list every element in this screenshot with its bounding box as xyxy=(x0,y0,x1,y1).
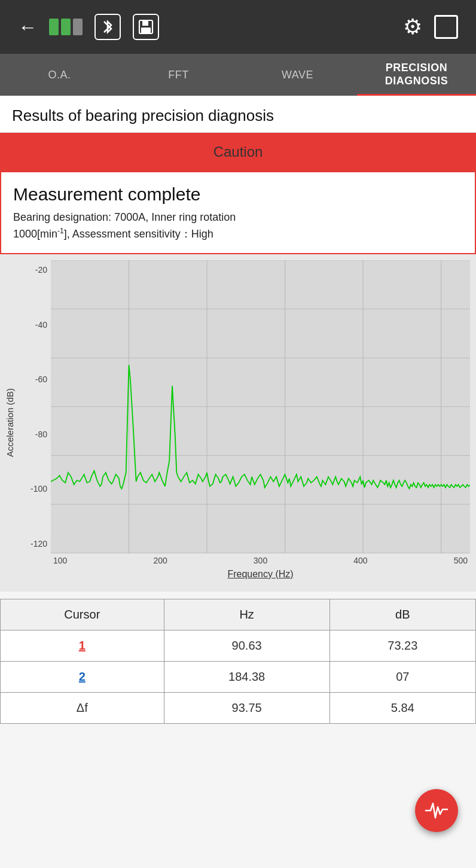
chart-plot[interactable] xyxy=(51,260,470,553)
svg-rect-2 xyxy=(141,28,151,33)
info-box: Measurement complete Bearing designation… xyxy=(0,171,476,254)
battery-icon xyxy=(49,19,83,35)
x-axis-label: Frequency (Hz) xyxy=(227,569,293,579)
db-delta: 5.84 xyxy=(329,693,475,724)
fab-button[interactable] xyxy=(415,789,458,832)
results-title: Results of bearing precision diagnosis xyxy=(12,106,274,124)
status-bar: ← ⚙ xyxy=(0,0,476,54)
col-header-db: dB xyxy=(329,599,475,631)
measurement-detail1: Bearing designation: 7000A, Inner ring r… xyxy=(13,209,463,226)
hz-2: 184.38 xyxy=(164,662,329,693)
chart-container: Acceleration (dB) -20 -40 -60 -80 -100 -… xyxy=(0,254,476,592)
settings-icon[interactable]: ⚙ xyxy=(403,14,422,39)
db-1: 73.23 xyxy=(329,631,475,662)
window-icon[interactable] xyxy=(434,15,458,39)
main-content: Results of bearing precision diagnosis C… xyxy=(0,96,476,868)
hz-1: 90.63 xyxy=(164,631,329,662)
data-table: Cursor Hz dB 1 90.63 73.23 2 184.38 07 Δ… xyxy=(0,599,476,724)
measurement-title: Measurement complete xyxy=(13,184,463,205)
save-icon xyxy=(133,14,159,40)
tab-bar: O.A. FFT WAVE PRECISIONDIAGNOSIS xyxy=(0,54,476,96)
bluetooth-icon xyxy=(94,14,121,40)
results-header: Results of bearing precision diagnosis xyxy=(0,96,476,133)
cursor-1[interactable]: 1 xyxy=(1,631,164,662)
back-button[interactable]: ← xyxy=(18,16,37,38)
caution-text: Caution xyxy=(213,144,263,160)
measurement-detail2: 1000[min-1], Assessment sensitivity：High xyxy=(13,226,463,242)
heartbeat-icon xyxy=(425,799,448,823)
tab-precision-diagnosis[interactable]: PRECISIONDIAGNOSIS xyxy=(357,54,476,96)
table-row: Δf 93.75 5.84 xyxy=(1,693,476,724)
hz-delta: 93.75 xyxy=(164,693,329,724)
cursor-delta: Δf xyxy=(1,693,164,724)
x-tick-labels: 100 200 300 400 500 xyxy=(51,553,470,565)
table-row: 1 90.63 73.23 xyxy=(1,631,476,662)
svg-rect-1 xyxy=(142,20,148,26)
chart-wrap: Acceleration (dB) -20 -40 -60 -80 -100 -… xyxy=(0,260,470,586)
table-row: 2 184.38 07 xyxy=(1,662,476,693)
chart-y-wrap: -20 -40 -60 -80 -100 -120 xyxy=(20,260,470,553)
table-header-row: Cursor Hz dB xyxy=(1,599,476,631)
tab-oa[interactable]: O.A. xyxy=(0,54,119,96)
db-2: 07 xyxy=(329,662,475,693)
y-tick-labels: -20 -40 -60 -80 -100 -120 xyxy=(20,260,51,553)
y-axis-label: Acceleration (dB) xyxy=(4,388,20,457)
tab-wave[interactable]: WAVE xyxy=(238,54,357,96)
data-table-wrapper: Cursor Hz dB 1 90.63 73.23 2 184.38 07 Δ… xyxy=(0,592,476,772)
col-header-hz: Hz xyxy=(164,599,329,631)
col-header-cursor: Cursor xyxy=(1,599,164,631)
cursor-2[interactable]: 2 xyxy=(1,662,164,693)
tab-fft[interactable]: FFT xyxy=(119,54,238,96)
caution-banner: Caution xyxy=(0,133,476,171)
